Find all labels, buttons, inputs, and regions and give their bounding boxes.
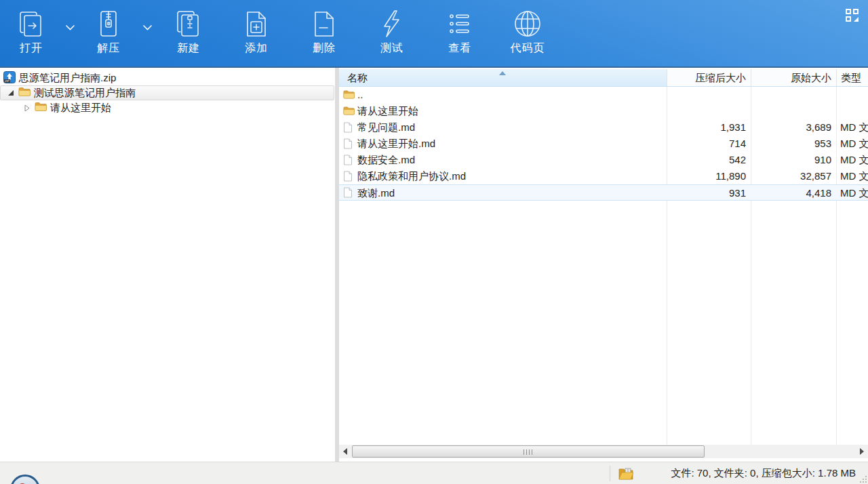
extract-icon [93, 8, 124, 39]
scroll-left-button[interactable] [339, 445, 351, 458]
view-icon [444, 8, 475, 39]
tree-item-label: 请从这里开始 [50, 102, 111, 115]
toolbar-button-label: 添加 [234, 41, 279, 56]
codepage-button[interactable]: 代码页 [505, 7, 550, 65]
toolbar-button-label: 查看 [437, 41, 482, 56]
file-row-up[interactable]: .. [339, 87, 868, 103]
file-list-panel: 名称 压缩后大小 原始大小 类型 .. 请从这里开始 [339, 68, 868, 462]
archive-tree-panel: ZIP 思源笔记用户指南.zip 测试思源笔记用户指南 [0, 68, 335, 462]
folder-icon [18, 87, 31, 99]
test-icon [376, 8, 408, 39]
expanded-triangle-icon[interactable] [7, 89, 15, 97]
file-row-selected[interactable]: 致谢.md 931 4,418 MD 文件 [339, 184, 868, 201]
extract-button[interactable]: 解压 [86, 7, 131, 65]
add-files-button[interactable]: 添加 [234, 7, 279, 65]
test-button[interactable]: 测试 [370, 7, 414, 65]
column-header-type[interactable]: 类型 [836, 69, 868, 86]
new-archive-button[interactable]: 新建 [166, 7, 211, 65]
archive-summary: 文件: 70, 文件夹: 0, 压缩包大小: 1.78 MB [671, 467, 856, 480]
svg-text:ZIP: ZIP [5, 79, 9, 83]
delete-icon [309, 8, 340, 39]
scrollbar-thumb[interactable] [352, 445, 705, 458]
delete-button[interactable]: 删除 [302, 7, 347, 65]
list-header: 名称 压缩后大小 原始大小 类型 [339, 69, 868, 87]
add-files-icon [241, 8, 272, 39]
codepage-icon [512, 8, 543, 39]
column-header-name[interactable]: 名称 [339, 69, 667, 86]
open-archive-icon [16, 8, 47, 39]
toolbar-button-label: 解压 [86, 41, 131, 56]
file-row[interactable]: 隐私政策和用户协议.md 11,890 32,857 MD 文件 [339, 168, 868, 184]
column-header-compressed-size[interactable]: 压缩后大小 [667, 69, 751, 86]
toolbar: 打开 解压 新建 [0, 0, 868, 68]
archive-folder-icon [618, 466, 633, 483]
column-header-original-size[interactable]: 原始大小 [751, 69, 836, 86]
toolbar-button-label: 测试 [370, 41, 414, 56]
scroll-right-button[interactable] [856, 445, 868, 458]
sort-ascending-icon [499, 71, 506, 75]
open-dropdown-chevron[interactable] [62, 20, 77, 35]
toolbar-button-label: 删除 [302, 41, 347, 56]
extract-dropdown-chevron[interactable] [140, 20, 155, 35]
zip-archive-icon: ZIP [3, 71, 16, 85]
tree-item-archive-root[interactable]: ZIP 思源笔记用户指南.zip [0, 70, 335, 85]
tree-item-test-folder[interactable]: 测试思源笔记用户指南 [0, 85, 334, 100]
view-button[interactable]: 查看 [437, 7, 482, 65]
grid-layout-icon[interactable] [846, 9, 859, 22]
toolbar-button-label: 代码页 [505, 41, 550, 56]
open-button[interactable]: 打开 [9, 7, 54, 65]
new-archive-icon [173, 8, 204, 39]
collapsed-triangle-icon[interactable] [23, 104, 31, 112]
status-bar: 文件: 70, 文件夹: 0, 压缩包大小: 1.78 MB [0, 462, 868, 484]
file-row[interactable]: 请从这里开始.md 714 953 MD 文件 [339, 136, 868, 152]
file-row[interactable]: 数据安全.md 542 910 MD 文件 [339, 152, 868, 168]
toolbar-button-label: 打开 [9, 41, 54, 56]
folder-icon [35, 102, 47, 114]
main-area: ZIP 思源笔记用户指南.zip 测试思源笔记用户指南 [0, 68, 868, 462]
tree-item-start-folder[interactable]: 请从这里开始 [0, 100, 335, 115]
tree-item-label: 思源笔记用户指南.zip [19, 72, 116, 85]
status-divider [610, 466, 610, 481]
toolbar-button-label: 新建 [166, 41, 211, 56]
resize-grip[interactable] [859, 475, 867, 483]
tree-item-label: 测试思源笔记用户指南 [34, 87, 136, 100]
file-row-folder[interactable]: 请从这里开始 [339, 103, 868, 119]
file-row[interactable]: 常见问题.md 1,931 3,689 MD 文件 [339, 119, 868, 136]
horizontal-scrollbar[interactable] [339, 445, 868, 458]
scrollbar-grip-icon [524, 449, 533, 455]
